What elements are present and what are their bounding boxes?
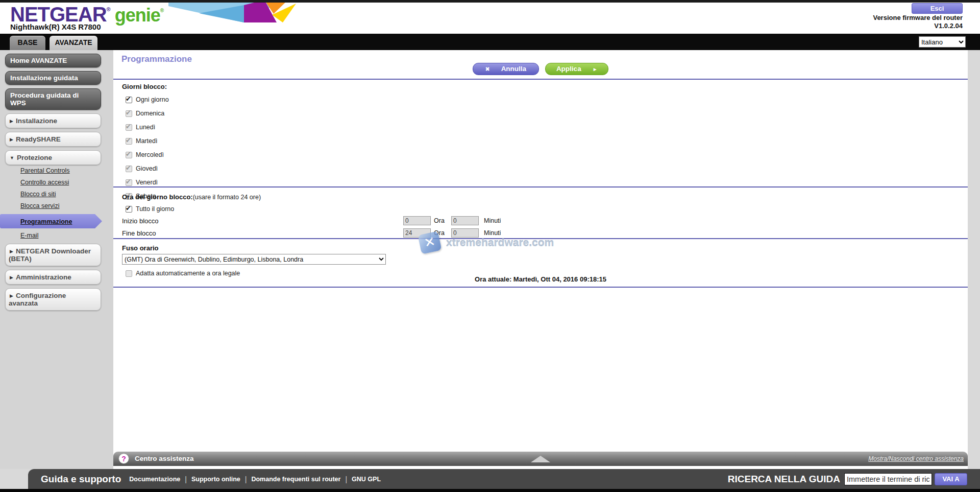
start-block-label: Inizio blocco bbox=[122, 217, 403, 225]
submenu-item-email[interactable]: E-mail bbox=[20, 232, 113, 239]
current-time-label: Ora attuale: Martedì, Ott 04, 2016 09:18… bbox=[113, 275, 968, 283]
day-row: Lunedì bbox=[122, 122, 169, 133]
action-buttons-row: ✖Annulla Applica► bbox=[113, 63, 968, 75]
day-checkbox bbox=[126, 179, 132, 186]
day-checkbox bbox=[126, 138, 132, 145]
day-checkbox bbox=[126, 152, 132, 158]
sidebar-item-wps-wizard[interactable]: Procedura guidata di WPS bbox=[5, 88, 101, 110]
sidebar-item-label: NETGEAR Downloader (BETA) bbox=[9, 247, 91, 263]
language-select[interactable]: Italiano bbox=[919, 36, 966, 48]
footer-link[interactable]: Documentazione bbox=[129, 476, 180, 483]
footer: Guida e supporto Documentazione|Supporto… bbox=[28, 469, 980, 489]
divider bbox=[113, 238, 968, 239]
submenu-item-programmazione-selected[interactable]: Programmazione bbox=[0, 214, 102, 228]
guide-search-label: RICERCA NELLA GUIDA bbox=[728, 474, 840, 485]
footer-bottom-strip bbox=[0, 489, 980, 492]
day-checkbox[interactable] bbox=[126, 97, 132, 103]
day-label: Ogni giorno bbox=[136, 96, 169, 103]
logout-button[interactable]: Esci bbox=[912, 3, 963, 14]
router-model-label: Nighthawk(R) X4S R7800 bbox=[10, 22, 101, 31]
sidebar-item-protezione[interactable]: ▼Protezione bbox=[5, 150, 101, 165]
support-title: Guida e supporto bbox=[41, 474, 121, 485]
start-minute-input[interactable] bbox=[451, 216, 479, 225]
start-hour-input[interactable] bbox=[403, 216, 431, 225]
chevron-right-icon: ▶ bbox=[10, 137, 13, 142]
divider bbox=[113, 186, 968, 188]
day-row: Martedì bbox=[122, 135, 169, 147]
day-checkbox bbox=[126, 110, 132, 117]
chevron-right-icon: ▶ bbox=[10, 293, 13, 298]
footer-links: Documentazione|Supporto online|Domande f… bbox=[129, 475, 381, 483]
sidebar-item-label: Configurazione avanzata bbox=[9, 292, 66, 307]
netgear-reg-mark: ® bbox=[107, 6, 111, 12]
apply-button-label: Applica bbox=[556, 65, 581, 73]
block-days-section: Giorni blocco: Ogni giornoDomenicaLunedì… bbox=[122, 83, 169, 202]
day-row: Ogni giorno bbox=[122, 94, 169, 105]
firmware-version-block: Versione firmware del router V1.0.2.04 bbox=[873, 14, 963, 30]
sidebar-item-amministrazione[interactable]: ▶Amministrazione bbox=[5, 270, 101, 285]
assistance-title: Centro assistenza bbox=[135, 455, 194, 462]
day-checkbox bbox=[126, 166, 132, 172]
day-label: Giovedì bbox=[136, 165, 158, 172]
submenu-item-controllo-accessi[interactable]: Controllo accessi bbox=[20, 179, 113, 186]
apply-button[interactable]: Applica► bbox=[545, 63, 608, 75]
submenu-item-blocco-di-siti[interactable]: Blocco di siti bbox=[20, 191, 113, 198]
assistance-toggle-link[interactable]: Mostra/Nascondi centro assistenza bbox=[868, 455, 964, 462]
sidebar-item-label: Amministrazione bbox=[16, 273, 71, 281]
sidebar-item-installazione-guidata[interactable]: Installazione guidata bbox=[5, 71, 101, 85]
go-button[interactable]: VAI A bbox=[935, 473, 967, 485]
genie-reg-mark: ® bbox=[160, 8, 164, 13]
timezone-section: Fuso orario (GMT) Ora di Greenwich, Dubl… bbox=[122, 244, 386, 277]
day-row: Domenica bbox=[122, 108, 169, 119]
day-label: Lunedì bbox=[136, 124, 155, 131]
footer-link-separator: | bbox=[185, 475, 187, 483]
submenu-item-blocca-servizi[interactable]: Blocca servizi bbox=[20, 202, 113, 209]
sidebar-item-installazione[interactable]: ▶Installazione bbox=[5, 113, 101, 128]
tab-strip: BASE AVANZATE Italiano bbox=[0, 34, 980, 50]
sidebar-item-home-avanzate[interactable]: Home AVANZATE bbox=[5, 54, 101, 67]
sidebar-item-configurazione-avanzata[interactable]: ▶Configurazione avanzata bbox=[5, 288, 101, 311]
timezone-label: Fuso orario bbox=[122, 244, 386, 252]
end-hour-input[interactable] bbox=[403, 228, 431, 238]
day-label: Venerdì bbox=[136, 179, 158, 186]
day-label: Martedì bbox=[136, 137, 157, 145]
chevron-right-icon: ▶ bbox=[10, 119, 13, 124]
chevron-right-icon: ▶ bbox=[10, 275, 13, 280]
window-top-edge bbox=[0, 0, 980, 3]
chevron-down-icon: ▼ bbox=[10, 155, 14, 160]
block-time-note: (usare il formato 24 ore) bbox=[193, 194, 261, 201]
genie-decoration-graphic bbox=[168, 0, 322, 23]
cancel-button-label: Annulla bbox=[501, 65, 527, 73]
footer-link[interactable]: GNU GPL bbox=[352, 476, 381, 483]
sidebar: Home AVANZATE Installazione guidata Proc… bbox=[0, 50, 113, 469]
sidebar-item-label: Protezione bbox=[17, 154, 52, 161]
chevron-right-icon: ▶ bbox=[10, 249, 13, 254]
sidebar-item-netgear-downloader[interactable]: ▶NETGEAR Downloader (BETA) bbox=[5, 244, 101, 266]
sidebar-item-label: ReadySHARE bbox=[16, 135, 61, 143]
expand-arrow-icon[interactable] bbox=[531, 456, 550, 462]
submenu-item-parental-controls[interactable]: Parental Controls bbox=[20, 167, 113, 174]
footer-link[interactable]: Domande frequenti sul router bbox=[251, 476, 340, 483]
sidebar-item-label: Installazione bbox=[16, 117, 57, 125]
timezone-select[interactable]: (GMT) Ora di Greenwich, Dublino, Edimbur… bbox=[122, 254, 386, 265]
sidebar-item-readyshare[interactable]: ▶ReadySHARE bbox=[5, 132, 101, 147]
day-label: Mercoledì bbox=[136, 151, 164, 158]
protezione-submenu: Parental Controls Controllo accessi Bloc… bbox=[0, 167, 113, 239]
day-row: Giovedì bbox=[122, 163, 169, 174]
end-minute-input[interactable] bbox=[451, 228, 479, 238]
all-day-checkbox[interactable] bbox=[126, 206, 132, 213]
days-list: Ogni giornoDomenicaLunedìMartedìMercoled… bbox=[122, 94, 169, 202]
assistance-bar: ? Centro assistenza Mostra/Nascondi cent… bbox=[113, 452, 968, 466]
genie-logo-text: genie bbox=[115, 5, 160, 26]
all-day-row: Tutto il giorno bbox=[122, 203, 632, 215]
guide-search-area: RICERCA NELLA GUIDA VAI A bbox=[728, 473, 967, 485]
firmware-version-label: Versione firmware del router bbox=[873, 14, 963, 22]
help-icon: ? bbox=[118, 453, 129, 464]
guide-search-input[interactable] bbox=[844, 473, 932, 485]
tab-avanzate[interactable]: AVANZATE bbox=[49, 35, 98, 50]
footer-link[interactable]: Supporto online bbox=[191, 476, 240, 483]
cancel-button[interactable]: ✖Annulla bbox=[473, 63, 539, 75]
tab-base[interactable]: BASE bbox=[9, 35, 46, 50]
minute-unit-label: Minuti bbox=[484, 229, 501, 237]
main-content: Programmazione ✖Annulla Applica► Giorni … bbox=[113, 50, 968, 469]
